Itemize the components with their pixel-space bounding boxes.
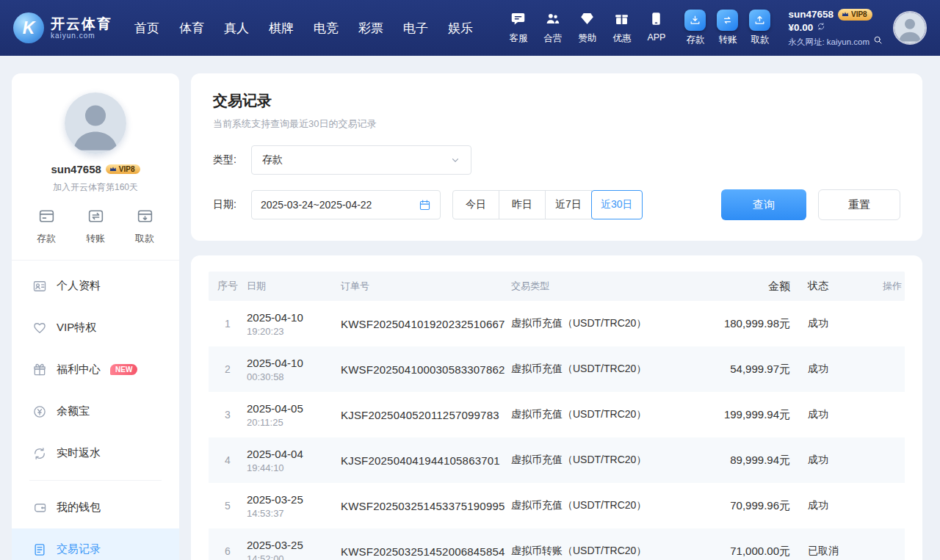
date-range-value: 2025-03-24~2025-04-22 bbox=[261, 199, 372, 211]
username: sun47658 bbox=[51, 163, 101, 175]
sponsor-link[interactable]: 赞助 bbox=[578, 11, 596, 45]
top-header: K 开云体育 kaiyun.com 首页 体育 真人 棋牌 电竞 彩票 电子 娱… bbox=[0, 0, 940, 56]
date-range-input[interactable]: 2025-03-24~2025-04-22 bbox=[251, 190, 441, 219]
quick-action-label: 存款 bbox=[37, 232, 56, 245]
table-row: 1 2025-04-1019:20:23 KWSF202504101920232… bbox=[209, 301, 905, 346]
app-download-link[interactable]: APP bbox=[647, 11, 665, 45]
row-amount: 199,999.94元 bbox=[708, 408, 792, 422]
row-index: 2 bbox=[209, 363, 247, 375]
table-row: 3 2025-04-0520:11:25 KJSF202504052011257… bbox=[209, 392, 905, 437]
gift-icon bbox=[614, 11, 629, 29]
row-time: 14:53:37 bbox=[247, 508, 341, 519]
transaction-type-select[interactable]: 存款 bbox=[251, 145, 471, 175]
transactions-table-card: 序号 日期 订单号 交易类型 金额 状态 操作 1 2025-04-1019:2… bbox=[191, 255, 922, 560]
withdraw-button[interactable]: 取款 bbox=[749, 10, 770, 46]
table-row: 5 2025-03-2514:53:37 KWSF202503251453375… bbox=[209, 483, 905, 528]
quick-link-label: 优惠 bbox=[612, 32, 631, 45]
nav-lottery[interactable]: 彩票 bbox=[358, 20, 383, 37]
row-time: 19:44:10 bbox=[247, 462, 341, 473]
row-index: 5 bbox=[209, 500, 247, 512]
diamond-icon bbox=[579, 11, 595, 29]
heart-icon bbox=[32, 321, 47, 335]
divider bbox=[29, 480, 162, 481]
row-status: 成功 bbox=[792, 317, 862, 330]
avatar[interactable] bbox=[893, 11, 927, 45]
row-date: 2025-03-25 bbox=[247, 539, 341, 551]
sidebar-item-welfare[interactable]: 福利中心 NEW bbox=[12, 349, 179, 390]
partnership-link[interactable]: 合营 bbox=[543, 11, 562, 45]
main-nav: 首页 体育 真人 棋牌 电竞 彩票 电子 娱乐 bbox=[134, 20, 473, 37]
nav-esports[interactable]: 电竞 bbox=[314, 20, 339, 37]
transfer-card-icon bbox=[87, 207, 105, 228]
col-no: 序号 bbox=[209, 280, 247, 293]
row-order-no: KWSF202504101920232510667 bbox=[341, 318, 511, 330]
header-quick-links: 客服 合营 赞助 优惠 APP bbox=[509, 11, 665, 45]
sidebar-item-profile[interactable]: 个人资料 bbox=[12, 265, 179, 307]
search-icon[interactable] bbox=[873, 35, 883, 48]
chat-bubble-icon bbox=[510, 11, 526, 29]
quick-action-label: 转账 bbox=[86, 232, 105, 245]
refresh-balance-icon[interactable] bbox=[817, 21, 825, 35]
col-amount: 金额 bbox=[708, 280, 792, 294]
sidebar-item-label: 福利中心 bbox=[57, 363, 101, 377]
reset-button[interactable]: 重置 bbox=[818, 189, 900, 220]
avatar bbox=[65, 92, 126, 154]
row-order-no: KJSF202504041944105863701 bbox=[341, 454, 511, 467]
nav-live[interactable]: 真人 bbox=[224, 20, 249, 37]
range-yesterday-button[interactable]: 昨日 bbox=[499, 190, 546, 219]
customer-service-link[interactable]: 客服 bbox=[509, 11, 527, 45]
nav-slots[interactable]: 电子 bbox=[403, 20, 428, 37]
transfer-button[interactable]: 转账 bbox=[717, 10, 738, 46]
main-content: 交易记录 当前系统支持查询最近30日的交易记录 类型: 存款 日期: 2025-… bbox=[191, 73, 922, 560]
table-body: 1 2025-04-1019:20:23 KWSF202504101920232… bbox=[209, 301, 905, 560]
sidebar-item-yuebao[interactable]: 余额宝 bbox=[12, 390, 179, 432]
search-button[interactable]: 查询 bbox=[721, 189, 806, 220]
row-amount: 70,999.96元 bbox=[708, 499, 792, 513]
row-type: 虚拟币充值（USDT/TRC20） bbox=[511, 499, 708, 512]
quick-link-label: 赞助 bbox=[578, 32, 596, 45]
sidebar-item-transactions[interactable]: 交易记录 bbox=[12, 528, 179, 560]
row-amount: 180,999.98元 bbox=[708, 317, 792, 331]
wallet-action-label: 转账 bbox=[718, 34, 737, 46]
row-type: 虚拟币充值（USDT/TRC20） bbox=[511, 454, 708, 467]
row-time: 20:11:25 bbox=[247, 417, 341, 428]
type-label: 类型: bbox=[213, 153, 251, 167]
nav-entertainment[interactable]: 娱乐 bbox=[448, 20, 473, 37]
range-7days-button[interactable]: 近7日 bbox=[545, 190, 592, 219]
site-logo[interactable]: K 开云体育 kaiyun.com bbox=[13, 12, 112, 43]
row-time: 14:52:00 bbox=[247, 553, 341, 560]
sidebar-item-label: 余额宝 bbox=[57, 404, 90, 418]
nav-cards[interactable]: 棋牌 bbox=[269, 20, 294, 37]
nav-sports[interactable]: 体育 bbox=[179, 20, 204, 37]
page-body: sun47658 VIP8 加入开云体育第160天 存款 转账 取款 个人资料 bbox=[0, 56, 940, 560]
row-order-no: KWSF202503251453375190995 bbox=[341, 500, 511, 512]
header-wallet-actions: 存款 转账 取款 bbox=[684, 10, 770, 46]
withdraw-button[interactable]: 取款 bbox=[135, 207, 154, 245]
sidebar-item-label: 个人资料 bbox=[57, 279, 101, 293]
quick-action-label: 取款 bbox=[135, 232, 154, 245]
row-time: 19:20:23 bbox=[247, 326, 341, 337]
transfer-icon bbox=[717, 10, 738, 31]
row-type: 虚拟币充值（USDT/TRC20） bbox=[511, 317, 708, 330]
quick-link-label: 合营 bbox=[543, 32, 562, 45]
mobile-phone-icon bbox=[648, 11, 664, 29]
header-user-info: sun47658 VIP8 ¥0.00 永久网址: kaiyun.com bbox=[788, 8, 883, 48]
deposit-button[interactable]: 存款 bbox=[684, 10, 706, 46]
withdraw-icon bbox=[749, 10, 770, 31]
deposit-button[interactable]: 存款 bbox=[37, 207, 56, 245]
vip-badge: VIP8 bbox=[838, 9, 872, 21]
deposit-icon bbox=[684, 10, 706, 31]
transfer-button[interactable]: 转账 bbox=[86, 207, 105, 245]
row-type: 虚拟币转账（USDT/TRC20） bbox=[511, 545, 708, 558]
row-index: 6 bbox=[209, 545, 247, 557]
sidebar-item-wallet[interactable]: 我的钱包 bbox=[12, 487, 179, 528]
range-30days-button[interactable]: 近30日 bbox=[591, 190, 643, 219]
row-status: 成功 bbox=[792, 408, 862, 421]
promotions-link[interactable]: 优惠 bbox=[612, 11, 631, 45]
sidebar-item-vip[interactable]: VIP特权 bbox=[12, 307, 179, 349]
range-today-button[interactable]: 今日 bbox=[452, 190, 499, 219]
sidebar-item-rebate[interactable]: 实时返水 bbox=[12, 432, 179, 474]
selected-type: 存款 bbox=[262, 153, 283, 167]
quick-link-label: APP bbox=[647, 32, 665, 43]
nav-home[interactable]: 首页 bbox=[134, 20, 159, 37]
